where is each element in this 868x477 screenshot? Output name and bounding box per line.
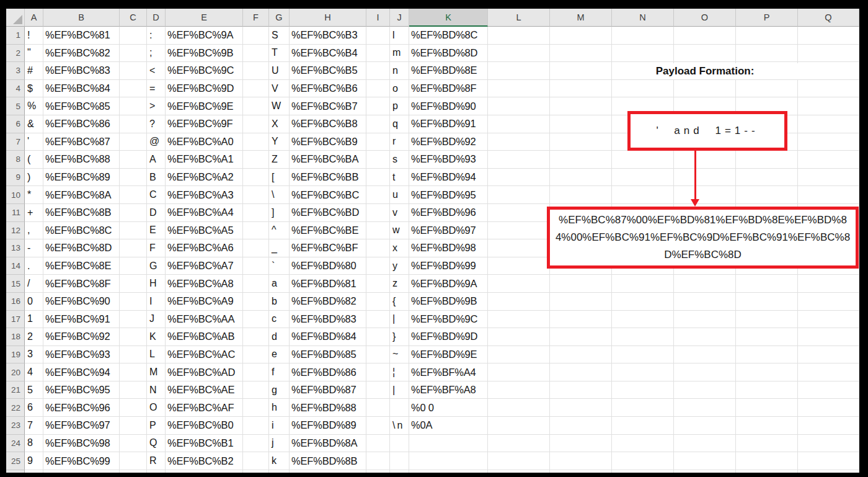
cell-F6[interactable]: [243, 115, 269, 133]
cell-D1[interactable]: :: [147, 27, 166, 45]
cell-E5[interactable]: %EF%BC%9E: [166, 97, 243, 115]
cell-G12[interactable]: ^: [269, 222, 290, 240]
cell-B14[interactable]: %EF%BC%8E: [43, 257, 120, 275]
cell-K14[interactable]: %EF%BD%99: [409, 257, 488, 275]
payload-input-box[interactable]: ' and 1=1--: [627, 111, 787, 151]
cell-G6[interactable]: X: [269, 115, 290, 133]
cell-B16[interactable]: %EF%BC%90: [43, 293, 120, 311]
cell-K22[interactable]: %0 0: [409, 399, 488, 417]
cell-F5[interactable]: [243, 97, 269, 115]
cell-A16[interactable]: 0: [25, 293, 43, 311]
cell-C5[interactable]: [120, 97, 147, 115]
cell-A8[interactable]: (: [25, 151, 43, 169]
cell-I3[interactable]: [366, 62, 390, 80]
cell-Q17[interactable]: [798, 311, 859, 329]
cell-G10[interactable]: \: [269, 186, 290, 204]
cell-J17[interactable]: |: [390, 311, 409, 329]
cell-F13[interactable]: [243, 239, 269, 257]
cell-L3[interactable]: [488, 62, 550, 80]
cell-H9[interactable]: %EF%BC%BB: [290, 169, 366, 187]
cell-M25[interactable]: [550, 452, 612, 470]
cell-F9[interactable]: [243, 169, 269, 187]
cell-Q1[interactable]: [798, 27, 859, 45]
cell-H4[interactable]: %EF%BC%B6: [290, 80, 366, 98]
cell-A21[interactable]: 5: [25, 381, 43, 399]
row-header-21[interactable]: 21: [6, 381, 25, 399]
row-header-9[interactable]: 9: [6, 169, 25, 187]
cell-K3[interactable]: %EF%BD%8E: [409, 62, 488, 80]
cell-I10[interactable]: [366, 186, 390, 204]
cell-L9[interactable]: [488, 169, 550, 187]
cell-P19[interactable]: [736, 346, 798, 364]
cell-M21[interactable]: [550, 381, 612, 399]
row-header-7[interactable]: 7: [6, 133, 25, 151]
cell-H26[interactable]: [290, 470, 366, 473]
cell-L4[interactable]: [488, 80, 550, 98]
cell-J26[interactable]: [390, 470, 409, 473]
cell-M19[interactable]: [550, 346, 612, 364]
cell-A1[interactable]: !: [25, 27, 43, 45]
cell-Q10[interactable]: [798, 186, 859, 204]
cell-M23[interactable]: [550, 417, 612, 435]
cell-O19[interactable]: [674, 346, 736, 364]
cell-E25[interactable]: %EF%BC%B2: [166, 452, 243, 470]
cell-J16[interactable]: {: [390, 293, 409, 311]
cell-E15[interactable]: %EF%BC%A8: [166, 275, 243, 293]
cell-C26[interactable]: [120, 470, 147, 473]
cell-O9[interactable]: [674, 169, 736, 187]
cell-G24[interactable]: j: [269, 435, 290, 453]
cell-E12[interactable]: %EF%BC%A5: [166, 222, 243, 240]
cell-G9[interactable]: [: [269, 169, 290, 187]
cell-O17[interactable]: [674, 311, 736, 329]
cell-E24[interactable]: %EF%BC%B1: [166, 435, 243, 453]
cell-P8[interactable]: [736, 151, 798, 169]
cell-G4[interactable]: V: [269, 80, 290, 98]
cell-E9[interactable]: %EF%BC%A2: [166, 169, 243, 187]
cell-D11[interactable]: D: [147, 204, 166, 222]
cell-D2[interactable]: ;: [147, 45, 166, 63]
cell-N18[interactable]: [612, 328, 674, 346]
row-header-16[interactable]: 16: [6, 293, 25, 311]
cell-A15[interactable]: /: [25, 275, 43, 293]
cell-N8[interactable]: [612, 151, 674, 169]
cell-J24[interactable]: [390, 435, 409, 453]
cell-K17[interactable]: %EF%BD%9C: [409, 311, 488, 329]
cell-Q6[interactable]: [798, 115, 859, 133]
cell-M6[interactable]: [550, 115, 612, 133]
cell-C18[interactable]: [120, 328, 147, 346]
cell-G20[interactable]: f: [269, 363, 290, 381]
cell-I1[interactable]: [366, 27, 390, 45]
cell-L5[interactable]: [488, 97, 550, 115]
cell-E13[interactable]: %EF%BC%A6: [166, 239, 243, 257]
cell-B1[interactable]: %EF%BC%81: [43, 27, 120, 45]
cell-B20[interactable]: %EF%BC%94: [43, 363, 120, 381]
cell-F26[interactable]: [243, 470, 269, 473]
cell-A25[interactable]: 9: [25, 452, 43, 470]
cell-F10[interactable]: [243, 186, 269, 204]
cell-K24[interactable]: [409, 435, 488, 453]
cell-D18[interactable]: K: [147, 328, 166, 346]
cell-K6[interactable]: %EF%BD%91: [409, 115, 488, 133]
cell-H14[interactable]: %EF%BD%80: [290, 257, 366, 275]
row-header-5[interactable]: 5: [6, 97, 25, 115]
cell-F7[interactable]: [243, 133, 269, 151]
cell-F12[interactable]: [243, 222, 269, 240]
payload-encoded-box[interactable]: %EF%BC%87%00%EF%BD%81%EF%BD%8E%EF%BD%84%…: [547, 207, 859, 269]
cell-C11[interactable]: [120, 204, 147, 222]
cell-F3[interactable]: [243, 62, 269, 80]
cell-B19[interactable]: %EF%BC%93: [43, 346, 120, 364]
cell-I25[interactable]: [366, 452, 390, 470]
cell-L14[interactable]: [488, 257, 550, 275]
cell-G16[interactable]: b: [269, 293, 290, 311]
cell-B11[interactable]: %EF%BC%8B: [43, 204, 120, 222]
cell-H1[interactable]: %EF%BC%B3: [290, 27, 366, 45]
cell-I7[interactable]: [366, 133, 390, 151]
cell-C20[interactable]: [120, 363, 147, 381]
cell-Q7[interactable]: [798, 133, 859, 151]
cell-K19[interactable]: %EF%BD%9E: [409, 346, 488, 364]
cell-H5[interactable]: %EF%BC%B7: [290, 97, 366, 115]
cell-O1[interactable]: [674, 27, 736, 45]
cell-M24[interactable]: [550, 435, 612, 453]
cell-B22[interactable]: %EF%BC%96: [43, 399, 120, 417]
cell-J6[interactable]: q: [390, 115, 409, 133]
